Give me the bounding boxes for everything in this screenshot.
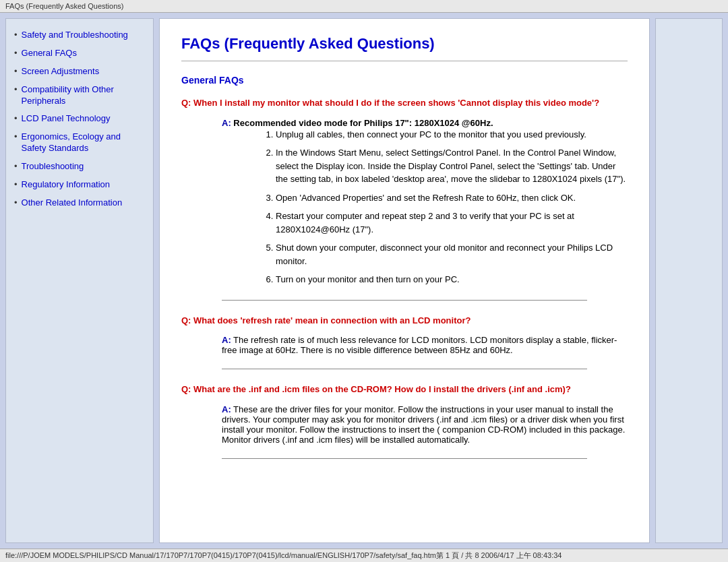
answer-block-2: A: These are the driver files for your m… <box>222 404 628 445</box>
steps-list-0: Unplug all cables, then connect your PC … <box>276 128 628 286</box>
answer-label-0: A: <box>222 118 231 128</box>
section-divider-1 <box>222 369 587 369</box>
sidebar-link-7[interactable]: Regulatory Information <box>22 179 111 191</box>
sidebar-nav: Safety and TroubleshootingGeneral FAQsSc… <box>14 30 145 209</box>
page-title: FAQs (Frequently Asked Questions) <box>181 35 628 53</box>
sidebar-link-3[interactable]: Compatibility with Other Peripherals <box>22 84 145 107</box>
sidebar-item-0: Safety and Troubleshooting <box>14 30 145 41</box>
sidebar-item-7: Regulatory Information <box>14 179 145 191</box>
sidebar-item-8: Other Related Information <box>14 197 145 209</box>
answer-block-0: A: Recommended video mode for Philips 17… <box>222 118 628 286</box>
question-1: Q: What does 'refresh rate' mean in conn… <box>181 314 628 327</box>
sidebar-item-2: Screen Adjustments <box>14 66 145 77</box>
step-0-0: Unplug all cables, then connect your PC … <box>276 128 628 142</box>
main-layout: Safety and TroubleshootingGeneral FAQsSc… <box>0 13 728 549</box>
qa-item-1: Q: What does 'refresh rate' mean in conn… <box>181 314 628 370</box>
answer-label-2: A: <box>222 404 231 414</box>
section-title: General FAQs <box>181 75 628 86</box>
title-bar-text: FAQs (Frequently Asked Questions) <box>5 2 123 10</box>
content-area: FAQs (Frequently Asked Questions) Genera… <box>159 18 650 543</box>
qa-item-2: Q: What are the .inf and .icm files on t… <box>181 383 628 459</box>
qa-item-0: Q: When I install my monitor what should… <box>181 96 628 301</box>
sidebar-link-2[interactable]: Screen Adjustments <box>22 66 100 77</box>
section-divider-0 <box>222 300 587 301</box>
sidebar-link-0[interactable]: Safety and Troubleshooting <box>22 30 128 41</box>
sidebar: Safety and TroubleshootingGeneral FAQsSc… <box>5 18 154 543</box>
sidebar-item-3: Compatibility with Other Peripherals <box>14 84 145 107</box>
sidebar-link-5[interactable]: Ergonomics, Ecology and Safety Standards <box>22 131 145 154</box>
status-bar: file:///P/JOEM MODELS/PHILIPS/CD Manual/… <box>0 549 728 562</box>
qa-container: Q: When I install my monitor what should… <box>181 96 628 459</box>
sidebar-item-4: LCD Panel Technology <box>14 113 145 125</box>
sidebar-link-8[interactable]: Other Related Information <box>22 197 123 209</box>
question-0: Q: When I install my monitor what should… <box>181 96 628 110</box>
sidebar-item-5: Ergonomics, Ecology and Safety Standards <box>14 131 145 154</box>
title-bar: FAQs (Frequently Asked Questions) <box>0 0 728 13</box>
answer-text-1: A: The refresh rate is of much less rele… <box>222 335 628 355</box>
sidebar-link-4[interactable]: LCD Panel Technology <box>22 113 111 125</box>
sidebar-item-6: Troubleshooting <box>14 161 145 173</box>
step-0-3: Restart your computer and repeat step 2 … <box>276 210 628 236</box>
step-0-4: Shut down your computer, disconnect your… <box>276 241 628 268</box>
step-0-2: Open 'Advanced Properties' and set the R… <box>276 191 628 205</box>
section-divider-2 <box>222 458 587 459</box>
question-2: Q: What are the .inf and .icm files on t… <box>181 383 628 396</box>
sidebar-link-6[interactable]: Troubleshooting <box>22 161 84 173</box>
status-bar-text: file:///P/JOEM MODELS/PHILIPS/CD Manual/… <box>5 551 562 559</box>
sidebar-item-1: General FAQs <box>14 48 145 59</box>
answer-text-2: A: These are the driver files for your m… <box>222 404 628 445</box>
answer-block-1: A: The refresh rate is of much less rele… <box>222 335 628 355</box>
step-0-1: In the Windows Start Menu, select Settin… <box>276 146 628 186</box>
title-divider <box>181 61 628 61</box>
sidebar-link-1[interactable]: General FAQs <box>22 48 77 59</box>
answer-bold-0: A: Recommended video mode for Philips 17… <box>222 118 628 128</box>
right-panel <box>655 18 723 543</box>
answer-label-1: A: <box>222 335 231 345</box>
step-0-5: Turn on your monitor and then turn on yo… <box>276 273 628 286</box>
